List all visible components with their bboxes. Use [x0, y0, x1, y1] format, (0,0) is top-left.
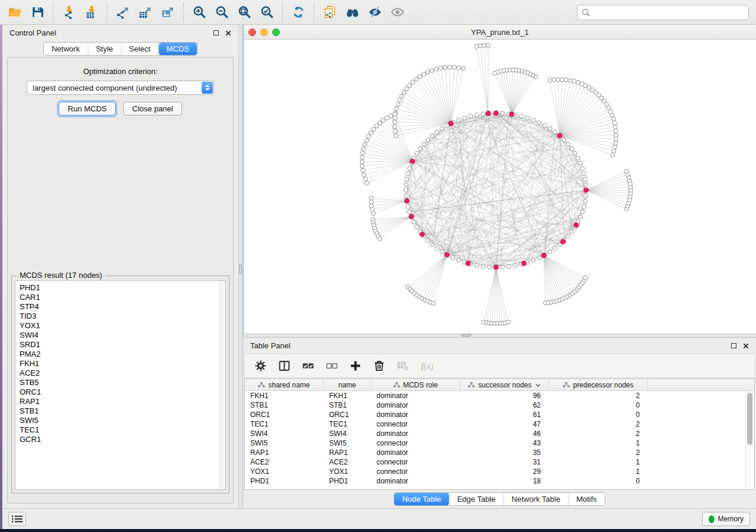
open-session-button[interactable] [4, 2, 26, 23]
table-row[interactable]: FKH1FKH1dominator962 [245, 391, 754, 400]
save-session-button[interactable] [26, 2, 49, 23]
tab-style[interactable]: Style [88, 43, 122, 55]
table-row[interactable]: ORC1ORC1dominator610 [245, 410, 754, 419]
table-row[interactable]: RAP1RAP1dominator352 [245, 448, 754, 457]
network-canvas[interactable] [244, 40, 756, 334]
optimization-criterion-label: Optimization criterion: [8, 67, 233, 76]
list-item[interactable]: STB1 [20, 406, 225, 416]
table-row[interactable]: SWI5SWI5connector431 [245, 438, 754, 448]
cell: ACE2 [245, 458, 324, 466]
search-input[interactable] [577, 5, 749, 20]
vertical-splitter[interactable] [238, 25, 243, 508]
delete-column-button[interactable] [373, 360, 385, 372]
column-header-predecessor-nodes[interactable]: predecessor nodes [549, 379, 648, 390]
list-item[interactable]: PMA2 [20, 350, 225, 359]
list-scrollbar[interactable] [219, 281, 225, 489]
export-image-icon [161, 5, 176, 20]
import-table-button[interactable] [80, 2, 103, 23]
list-item[interactable]: RAP1 [20, 397, 225, 406]
close-panel-button[interactable]: Close panel [123, 102, 182, 116]
zoom-selected-button[interactable] [256, 2, 278, 23]
cell: TEC1 [245, 420, 324, 428]
close-panel-icon[interactable] [225, 30, 231, 36]
find-button[interactable] [341, 2, 363, 23]
splitter-handle[interactable] [461, 334, 471, 336]
network-graph[interactable] [244, 40, 756, 334]
toolbar-separator [183, 3, 184, 22]
cell: ACE2 [324, 458, 371, 466]
cell: dominator [371, 392, 460, 400]
export-table-button[interactable] [134, 2, 157, 23]
tab-node-table[interactable]: Node Table [394, 493, 449, 505]
close-window-icon[interactable] [248, 28, 256, 36]
list-item[interactable]: SRD1 [20, 340, 225, 350]
add-column-button[interactable] [349, 360, 362, 372]
list-item[interactable]: SWI4 [20, 331, 225, 340]
list-item[interactable]: CAR1 [20, 293, 225, 302]
table-row[interactable]: YOX1YOX1connector291 [245, 467, 754, 476]
list-item[interactable]: SWI5 [20, 416, 225, 425]
list-item[interactable]: ACE2 [20, 368, 225, 378]
float-panel-icon[interactable] [731, 343, 736, 348]
tab-select[interactable]: Select [122, 43, 159, 55]
zoom-out-button[interactable] [210, 2, 233, 23]
tab-motifs[interactable]: Motifs [569, 493, 605, 505]
tab-mcds[interactable]: MCDS [159, 43, 197, 55]
table-row[interactable]: ACE2ACE2connector311 [245, 457, 754, 467]
list-item[interactable]: PHD1 [20, 283, 225, 293]
list-item[interactable]: STP4 [20, 302, 225, 312]
table-settings-button[interactable] [254, 360, 267, 372]
tab-edge-table[interactable]: Edge Table [449, 493, 504, 505]
column-header-shared-name[interactable]: shared name [245, 379, 324, 390]
scrollbar-thumb[interactable] [747, 393, 752, 445]
export-image-button[interactable] [157, 2, 179, 23]
cell: PHD1 [324, 477, 371, 485]
tab-network-table[interactable]: Network Table [504, 493, 569, 505]
list-item[interactable]: TID3 [20, 312, 225, 321]
zoom-in-button[interactable] [188, 2, 210, 23]
table-row[interactable]: STB1STB1dominator620 [245, 400, 754, 410]
column-header-successor-nodes[interactable]: successor nodes [460, 379, 549, 390]
column-header-MCDS-role[interactable]: MCDS role [371, 379, 460, 390]
list-item[interactable]: STB5 [20, 378, 225, 387]
zoom-fit-button[interactable] [233, 2, 256, 23]
show-all-button[interactable] [386, 2, 409, 23]
show-columns-button[interactable] [278, 360, 291, 372]
memory-button[interactable]: Memory [702, 512, 750, 526]
close-panel-icon[interactable] [743, 343, 749, 349]
import-network-button[interactable] [58, 2, 80, 23]
horizontal-splitter[interactable] [243, 334, 756, 338]
select-all-rows-button[interactable] [302, 360, 314, 372]
cell: SWI5 [324, 439, 371, 447]
cell: 1 [549, 439, 648, 447]
tab-network[interactable]: Network [44, 43, 88, 55]
run-mcds-button[interactable]: Run MCDS [59, 102, 116, 116]
memory-label: Memory [718, 515, 744, 523]
memory-status-icon [709, 515, 714, 523]
mcds-result-list[interactable]: PHD1CAR1STP4TID3YOX1SWI4SRD1PMA2FKH1ACE2… [15, 280, 226, 490]
show-panels-button[interactable] [8, 512, 26, 526]
cell: 0 [549, 401, 648, 409]
export-network-button[interactable] [111, 2, 134, 23]
clear-selection-button[interactable] [326, 360, 338, 372]
clone-network-button[interactable] [318, 2, 341, 23]
table-row[interactable]: SWI4SWI4dominator462 [245, 429, 754, 438]
splitter-handle[interactable] [239, 264, 242, 274]
table-scrollbar[interactable] [745, 391, 754, 489]
minimize-window-icon[interactable] [260, 28, 268, 36]
refresh-layout-button[interactable] [287, 2, 310, 23]
list-item[interactable]: GCR1 [20, 435, 225, 444]
table-row[interactable]: PHD1PHD1dominator180 [245, 476, 754, 486]
hide-selected-button[interactable] [363, 2, 386, 23]
list-item[interactable]: FKH1 [20, 359, 225, 368]
list-item[interactable]: YOX1 [20, 321, 225, 331]
table-row[interactable]: TEC1TEC1connector472 [245, 419, 754, 429]
network-window-title: YPA_prune.txt_1 [244, 28, 756, 37]
list-item[interactable]: ORC1 [20, 387, 225, 397]
maximize-window-icon[interactable] [272, 28, 280, 36]
float-panel-icon[interactable] [213, 30, 219, 36]
list-item[interactable]: TEC1 [20, 425, 225, 435]
column-header-name[interactable]: name [324, 379, 371, 390]
eye-slash-icon [368, 5, 382, 20]
criterion-select[interactable]: largest connected component (undirected) [27, 81, 214, 95]
